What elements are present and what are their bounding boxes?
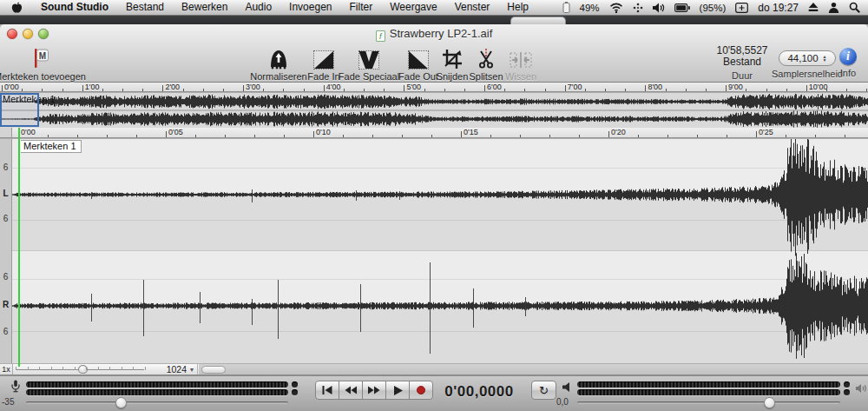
menu-item-sound-studio[interactable]: Sound Studio: [32, 0, 117, 15]
menu-item-venster[interactable]: Venster: [446, 0, 499, 15]
ruler-tick: [364, 89, 365, 91]
ruler-tick: [402, 135, 403, 137]
play-button[interactable]: [385, 381, 410, 400]
menu-item-audio[interactable]: Audio: [236, 0, 280, 15]
playhead-marker-line[interactable]: [18, 128, 20, 367]
zoom-tick: [16, 367, 16, 370]
zoom-tick: [86, 367, 87, 370]
wifi-icon[interactable]: [609, 3, 623, 13]
ruler-tick: [404, 85, 404, 91]
ruler-tick: [122, 89, 123, 91]
time-machine-icon[interactable]: [735, 3, 748, 13]
output-level-slider[interactable]: [577, 401, 840, 404]
ruler-tick: [866, 89, 867, 91]
menu-item-help[interactable]: Help: [498, 0, 537, 15]
ruler-tick: [283, 89, 284, 91]
ruler-tick: [524, 89, 525, 91]
overview-view-region[interactable]: [0, 93, 39, 127]
spotlight-icon[interactable]: [849, 2, 860, 13]
horizontal-scrollbar[interactable]: [199, 364, 868, 375]
ruler-tick: [136, 135, 137, 137]
ruler-tick: [638, 135, 639, 137]
input-menu-icon[interactable]: [633, 3, 643, 13]
ruler-tick: [344, 89, 345, 91]
ruler-tick: [284, 135, 285, 137]
audio-device-icon[interactable]: [856, 383, 867, 395]
erase-button: Wissen: [473, 45, 569, 82]
ruler-tick: [484, 85, 485, 91]
battery-icon[interactable]: [674, 3, 690, 12]
ruler-label: 9'00: [728, 83, 743, 91]
editor-marker-label[interactable]: Merkteken 1: [21, 140, 82, 153]
rewind-button[interactable]: [339, 381, 363, 400]
output-level-thumb[interactable]: [764, 397, 775, 408]
overview-time-ruler[interactable]: 0'001'002'003'004'005'006'007'008'009'00…: [0, 83, 868, 92]
transport-buttons: [315, 381, 433, 400]
window-chrome: fStrawberry LP2-1.aif M Merkteken toevoe…: [0, 24, 868, 83]
info-caption: Info: [829, 68, 867, 78]
sample-rate-value: 44,100: [787, 53, 818, 63]
zoom-slider[interactable]: [14, 364, 146, 375]
loop-button[interactable]: ↻: [531, 381, 556, 400]
add-marker-button[interactable]: M Merkteken toevoegen: [0, 45, 88, 82]
ruler-tick: [461, 131, 462, 137]
ruler-tick: [697, 135, 698, 137]
apple-menu-icon[interactable]: [0, 2, 32, 14]
db-scale-label: 6: [0, 162, 11, 172]
background-window-tab[interactable]: [510, 17, 566, 24]
ruler-tick: [645, 85, 646, 91]
sample-rate-select[interactable]: 44,100 ▲▼: [779, 50, 836, 66]
record-button[interactable]: [409, 381, 433, 400]
ruler-label: 2'00: [165, 83, 180, 91]
ruler-tick: [490, 135, 491, 137]
desktop-strip: [0, 16, 868, 24]
ruler-tick: [372, 135, 373, 137]
battery-percent[interactable]: (95%): [700, 3, 727, 13]
title-bar[interactable]: fStrawberry LP2-1.aif: [0, 24, 868, 43]
ruler-tick: [565, 85, 566, 91]
menu-clock[interactable]: do 19:27: [758, 2, 799, 14]
overview-waveform[interactable]: [0, 93, 868, 129]
db-scale-label: 6: [0, 214, 11, 223]
buffer-size-select[interactable]: 1024 ▾: [149, 364, 198, 375]
menu-item-weergave[interactable]: Weergave: [381, 0, 445, 15]
info-button[interactable]: i: [839, 48, 857, 65]
output-meter-right: [577, 389, 840, 395]
editor-waveform[interactable]: [12, 139, 868, 363]
menu-item-bestand[interactable]: Bestand: [117, 0, 173, 15]
eject-icon[interactable]: [808, 3, 819, 12]
ruler-tick: [77, 135, 78, 137]
horizontal-scrollbar-thumb[interactable]: [201, 366, 226, 374]
volume-menu-icon[interactable]: [653, 3, 665, 13]
device-battery-icon[interactable]: [562, 2, 570, 13]
zoom-tick: [109, 367, 110, 370]
ruler-tick: [343, 135, 344, 137]
menu-item-invoegen[interactable]: Invoegen: [280, 0, 340, 15]
zoom-tick: [122, 367, 122, 370]
ruler-tick: [667, 135, 668, 137]
input-level-value: -35: [2, 397, 14, 407]
menu-item-bewerken[interactable]: Bewerken: [173, 0, 236, 15]
go-to-start-button[interactable]: [315, 381, 339, 400]
input-meter-right: [26, 389, 288, 395]
ruler-tick: [726, 85, 727, 91]
input-level-slider[interactable]: [26, 401, 288, 404]
time-display: 0'00,0000: [431, 383, 527, 401]
document-icon: f: [376, 30, 385, 42]
input-level-thumb[interactable]: [115, 397, 127, 408]
user-menu-icon[interactable]: [828, 2, 839, 13]
device-battery-percent[interactable]: 49%: [580, 3, 600, 13]
ruler-tick: [727, 135, 727, 137]
channel-scale-gutter: 6 L 6 6 R 6: [0, 139, 12, 363]
ruler-tick: [162, 85, 163, 91]
ruler-tick: [706, 89, 707, 91]
add-marker-icon: M: [0, 45, 88, 70]
window-bottom-bar: 1x 1024 ▾: [0, 364, 868, 375]
ruler-tick: [756, 131, 757, 137]
ruler-tick: [223, 89, 224, 91]
ruler-tick: [608, 131, 609, 137]
fast-forward-button[interactable]: [362, 381, 386, 400]
menu-item-filter[interactable]: Filter: [341, 0, 382, 15]
editor-time-ruler[interactable]: 0'000'050'100'150'200'25: [0, 128, 868, 138]
ruler-tick: [520, 135, 521, 137]
